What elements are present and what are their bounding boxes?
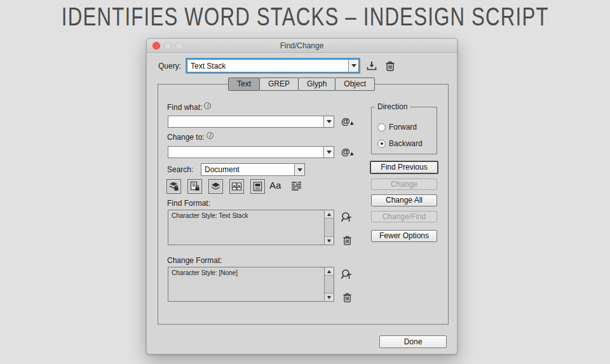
specify-attributes-to-find-icon[interactable] xyxy=(339,212,353,226)
search-scope-value: Document xyxy=(201,165,294,174)
change-format-label: Change Format: xyxy=(167,256,222,265)
direction-legend: Direction xyxy=(375,102,410,111)
change-to-label: Change to:i xyxy=(167,132,214,142)
radio-icon[interactable] xyxy=(377,123,386,131)
scrollbar[interactable] xyxy=(324,267,334,301)
query-label: Query: xyxy=(158,62,181,71)
whole-word-icon[interactable] xyxy=(290,181,302,192)
direction-group: Direction Forward Backward xyxy=(371,102,437,154)
window-title: Find/Change xyxy=(147,39,457,53)
query-dropdown[interactable]: Text Stack xyxy=(187,59,359,72)
special-characters-menu-icon[interactable]: @ xyxy=(341,147,354,157)
specify-attributes-to-change-icon[interactable] xyxy=(339,269,353,283)
page-title-text: IDENTIFIES WORD STACKS – INDESIGN SCRIPT xyxy=(62,3,549,32)
change-to-input[interactable] xyxy=(168,146,334,158)
svg-text:A: A xyxy=(233,184,236,189)
done-button[interactable]: Done xyxy=(379,335,447,348)
clear-change-attributes-icon[interactable] xyxy=(340,290,354,304)
chevron-down-icon[interactable] xyxy=(294,164,304,175)
find-format-value: Character Style: Text Stack xyxy=(168,210,324,245)
change-find-button[interactable]: Change/Find xyxy=(371,211,437,222)
delete-query-icon[interactable] xyxy=(384,60,396,72)
tab-object[interactable]: Object xyxy=(335,78,375,91)
find-change-dialog: Find/Change Query: Text Stack xyxy=(146,38,458,354)
direction-backward-label: Backward xyxy=(389,139,423,148)
clear-find-attributes-icon[interactable] xyxy=(340,233,354,247)
find-format-label: Find Format: xyxy=(167,199,210,208)
save-query-icon[interactable] xyxy=(365,60,378,72)
case-sensitive-icon[interactable]: Aa xyxy=(269,180,281,191)
scroll-up-icon[interactable] xyxy=(325,210,334,219)
include-locked-layers-icon[interactable] xyxy=(166,179,181,194)
scroll-down-icon[interactable] xyxy=(325,236,334,245)
find-what-label: Find what:i xyxy=(167,102,211,112)
titlebar: Find/Change xyxy=(147,39,457,53)
scrollbar[interactable] xyxy=(324,210,334,245)
search-label: Search: xyxy=(167,165,193,174)
find-format-box: Character Style: Text Stack xyxy=(168,210,334,245)
page: IDENTIFIES WORD STACKS – INDESIGN SCRIPT… xyxy=(0,0,610,364)
minimize-icon[interactable] xyxy=(164,42,172,50)
change-format-box: Character Style: [None] xyxy=(168,267,334,302)
mode-tabs: Text GREP Glyph Object xyxy=(229,78,375,91)
change-button[interactable]: Change xyxy=(371,179,437,190)
include-master-pages-icon[interactable]: A A xyxy=(229,179,244,194)
info-icon: i xyxy=(204,102,211,109)
search-scope-dropdown[interactable]: Document xyxy=(201,163,305,176)
zoom-icon[interactable] xyxy=(175,42,183,50)
find-what-input[interactable] xyxy=(168,116,334,128)
radio-checked-icon[interactable] xyxy=(377,140,386,148)
query-value: Text Stack xyxy=(187,62,348,71)
tab-grep[interactable]: GREP xyxy=(259,78,299,91)
scroll-up-icon[interactable] xyxy=(325,267,334,276)
include-footnotes-icon[interactable] xyxy=(250,179,265,194)
direction-backward-option[interactable]: Backward xyxy=(377,139,423,148)
special-characters-menu-icon[interactable]: @ xyxy=(341,116,354,126)
chevron-down-icon[interactable] xyxy=(348,60,358,72)
close-icon[interactable] xyxy=(152,42,160,50)
change-format-value: Character Style: [None] xyxy=(168,267,324,301)
chevron-down-icon[interactable] xyxy=(323,147,334,158)
direction-forward-label: Forward xyxy=(389,123,417,131)
include-hidden-layers-icon[interactable] xyxy=(208,179,223,194)
scroll-down-icon[interactable] xyxy=(325,293,334,301)
find-previous-button[interactable]: Find Previous xyxy=(370,161,438,174)
chevron-down-icon[interactable] xyxy=(323,116,334,127)
page-title: IDENTIFIES WORD STACKS – INDESIGN SCRIPT xyxy=(0,3,610,30)
tab-glyph[interactable]: Glyph xyxy=(298,78,336,91)
fewer-options-button[interactable]: Fewer Options xyxy=(371,230,437,242)
svg-text:A: A xyxy=(238,184,241,189)
info-icon: i xyxy=(207,132,214,139)
direction-forward-option[interactable]: Forward xyxy=(377,123,417,131)
change-all-button[interactable]: Change All xyxy=(371,194,437,206)
include-locked-stories-icon[interactable] xyxy=(187,179,202,194)
tab-text[interactable]: Text xyxy=(228,78,260,91)
